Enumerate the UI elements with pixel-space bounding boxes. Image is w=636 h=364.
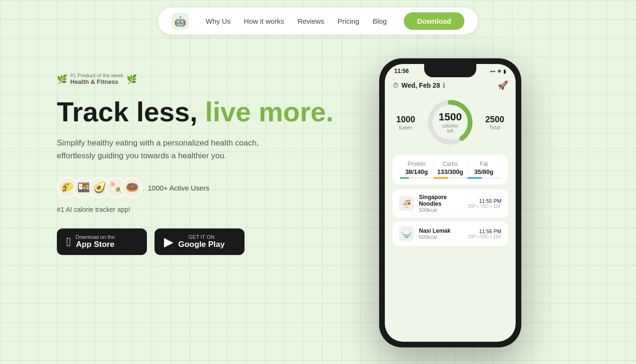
badge-top-text: #1 Product of the week <box>70 73 124 78</box>
phone-date: ⏱ Wed, Feb 28 ℹ <box>392 82 445 89</box>
download-buttons:  Download on the App Store ▶ GET IT ON … <box>57 228 360 255</box>
app-store-button[interactable]:  Download on the App Store <box>57 228 147 255</box>
phone-frame: 11:56 ▪▪▪ ☀ ▮ ⏱ Wed, Feb 28 ℹ <box>379 58 521 347</box>
macro-carbs-value: 133/300g <box>434 168 467 175</box>
meal-item-2: 🍚 Nasi Lemak 500kcal 11:56 PM 18P • 58C … <box>392 221 508 246</box>
macro-protein-name: Protein <box>400 161 433 167</box>
signal-icon: ▪▪▪ <box>490 69 495 74</box>
logo-icon: 🤖 <box>174 16 186 27</box>
phone-date-row: ⏱ Wed, Feb 28 ℹ 🚀 <box>392 80 508 91</box>
google-play-large-text: Google Play <box>178 240 225 249</box>
ring-calories-num: 1500 <box>439 111 462 123</box>
calorie-ring: 1500 calories left <box>424 96 476 148</box>
macro-carbs-name: Carbs <box>434 161 467 167</box>
users-count-label: 1000+ Active Users <box>148 184 209 192</box>
phone-date-text: Wed, Feb 28 <box>401 82 440 89</box>
calories-eaten-label: Eaten <box>396 125 415 130</box>
info-icon: ℹ <box>443 82 445 89</box>
phone-mockup: 11:56 ▪▪▪ ☀ ▮ ⏱ Wed, Feb 28 ℹ <box>379 58 531 347</box>
play-icon: ▶ <box>164 235 173 249</box>
calories-total: 2500 Total <box>485 115 504 130</box>
calories-eaten: 1000 Eaten <box>396 115 415 130</box>
meal-1-time-info: 11:55 PM 20P • 75C • 10F <box>468 198 501 209</box>
google-play-small-text: GET IT ON <box>178 234 225 240</box>
laurel-left-icon: 🌿 <box>57 74 67 84</box>
macro-fat: Fat 35/80g <box>467 161 500 179</box>
meal-2-name: Nasi Lemak <box>419 228 463 234</box>
macro-carbs: Carbs 133/300g <box>433 161 467 179</box>
meal-2-time-info: 11:56 PM 18P • 58C • 25F <box>468 228 501 239</box>
phone-app-content: ⏱ Wed, Feb 28 ℹ 🚀 1000 Eaten <box>385 76 516 255</box>
phone-status-icons: ▪▪▪ ☀ ▮ <box>490 69 506 74</box>
macros-card: Protein 38/140g Carbs 133/300g Fat <box>392 155 508 184</box>
hero-title: Track less, live more. <box>57 97 360 127</box>
macro-protein-value: 38/140g <box>400 168 433 175</box>
avatar-5: 🍩 <box>121 177 142 198</box>
apple-icon:  <box>66 235 71 249</box>
app-store-small-text: Download on the <box>76 234 115 240</box>
app-store-large-text: App Store <box>76 240 115 249</box>
user-avatars: 🌮 🍱 🥑 🍡 🍩 <box>57 177 142 198</box>
hero-subtitle: Simplify healthy eating with a personali… <box>57 136 284 162</box>
laurel-right-icon: 🌿 <box>127 74 137 84</box>
nav-download-button[interactable]: Download <box>404 12 464 30</box>
users-row: 🌮 🍱 🥑 🍡 🍩 1000+ Active Users <box>57 177 360 198</box>
meal-2-icon: 🍚 <box>399 226 414 241</box>
phone-screen: 11:56 ▪▪▪ ☀ ▮ ⏱ Wed, Feb 28 ℹ <box>385 64 516 342</box>
meal-2-time: 11:56 PM <box>468 228 501 234</box>
nav-link-pricing[interactable]: Pricing <box>337 17 359 25</box>
wifi-icon: ☀ <box>497 69 501 74</box>
meal-2-info: Nasi Lemak 500kcal <box>419 228 463 240</box>
ring-calories-label: calories <box>439 123 462 128</box>
product-week-badge: 🌿 #1 Product of the week Health & Fitnes… <box>57 73 137 85</box>
rocket-icon: 🚀 <box>498 80 508 91</box>
ring-calories-sub: left <box>439 128 462 134</box>
meal-1-macros: 20P • 75C • 10F <box>468 204 501 209</box>
nav-link-reviews[interactable]: Reviews <box>298 17 325 25</box>
hero-section: 🌿 #1 Product of the week Health & Fitnes… <box>0 35 636 347</box>
ring-center-text: 1500 calories left <box>439 111 462 134</box>
hero-content: 🌿 #1 Product of the week Health & Fitnes… <box>57 63 360 255</box>
nav-links: Why Us How it works Reviews Pricing Blog <box>206 17 387 25</box>
battery-icon: ▮ <box>503 69 506 74</box>
macro-fat-value: 35/80g <box>467 168 500 175</box>
meal-2-kcal: 500kcal <box>419 234 463 240</box>
navbar: 🤖 Why Us How it works Reviews Pricing Bl… <box>0 0 636 35</box>
meal-1-name: Singapore Noodles <box>419 194 463 207</box>
meal-1-time: 11:55 PM <box>468 198 501 204</box>
calories-eaten-value: 1000 <box>396 115 415 125</box>
clock-icon: ⏱ <box>392 82 399 89</box>
macro-protein: Protein 38/140g <box>400 161 433 179</box>
ai-badge-text: #1 AI calorie tracker app! <box>57 206 360 213</box>
badge-main-text: Health & Fitness <box>70 78 124 85</box>
meal-2-macros: 18P • 58C • 25F <box>468 234 501 239</box>
calories-total-value: 2500 <box>485 115 504 125</box>
google-play-button[interactable]: ▶ GET IT ON Google Play <box>154 228 245 255</box>
macros-row: Protein 38/140g Carbs 133/300g Fat <box>400 161 500 179</box>
hero-title-part1: Track less, <box>57 96 205 127</box>
nav-link-blog[interactable]: Blog <box>373 17 387 25</box>
calorie-ring-section: 1000 Eaten 1500 calories left <box>392 96 508 148</box>
phone-time: 11:56 <box>394 68 409 74</box>
nav-container: 🤖 Why Us How it works Reviews Pricing Bl… <box>158 8 478 35</box>
hero-title-part2: live more. <box>205 96 334 127</box>
macro-fat-name: Fat <box>467 161 500 167</box>
meal-1-icon: 🍜 <box>399 196 414 211</box>
nav-link-why-us[interactable]: Why Us <box>206 17 231 25</box>
meal-1-info: Singapore Noodles 500kcal <box>419 194 463 213</box>
nav-link-how-it-works[interactable]: How it works <box>244 17 284 25</box>
phone-notch <box>424 64 476 77</box>
meal-item-1: 🍜 Singapore Noodles 500kcal 11:55 PM 20P… <box>392 189 508 218</box>
meal-1-kcal: 500kcal <box>419 207 463 213</box>
calories-total-label: Total <box>485 125 504 130</box>
logo[interactable]: 🤖 <box>172 13 189 30</box>
